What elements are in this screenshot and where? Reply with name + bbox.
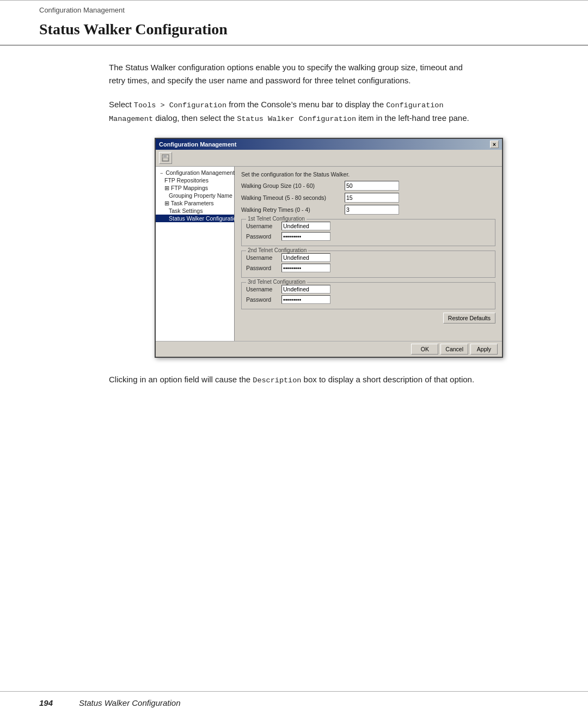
telnet1-username-row: Username xyxy=(246,222,491,230)
intro2-mid: from the Console’s menu bar to display t… xyxy=(226,100,386,109)
apply-button[interactable]: Apply xyxy=(470,344,498,355)
page-title: Status Walker Configuration xyxy=(0,16,588,46)
telnet2-password-row: Password xyxy=(246,264,491,272)
telnet3-username-label: Username xyxy=(246,286,281,292)
tree-item-task-params[interactable]: ⊞ Task Parameters xyxy=(156,199,234,207)
telnet-config-1: 1st Telnet Configuration Username Passwo… xyxy=(241,219,495,246)
win-body: − Configuration Management FTP Repositor… xyxy=(156,167,502,341)
bottom-end: box to display a short description of th… xyxy=(301,375,474,384)
restore-defaults-row: Restore Defaults xyxy=(241,313,495,324)
telnet1-password-row: Password xyxy=(246,232,491,241)
win-dialog: Configuration Management × − C xyxy=(155,138,503,358)
field-input-timeout[interactable] xyxy=(345,193,399,203)
breadcrumb: Configuration Management xyxy=(0,1,588,16)
tree-expander: − xyxy=(160,170,163,176)
intro2-prefix: Select xyxy=(109,100,134,109)
dialog-title: Configuration Management xyxy=(159,141,236,148)
telnet1-password-input[interactable] xyxy=(281,232,330,241)
field-input-retry[interactable] xyxy=(345,205,399,215)
intro2-status: Status Walker Configuration xyxy=(237,115,356,123)
cancel-button[interactable]: Cancel xyxy=(440,344,468,355)
content-area: The Status Walker configuration options … xyxy=(0,61,588,387)
intro2-menu: Tools > Configuration xyxy=(134,101,226,109)
telnet1-username-input[interactable] xyxy=(281,222,330,230)
field-label-retry: Walking Retry Times (0 - 4) xyxy=(241,206,345,213)
win-section-title: Set the configuration for the Status Wal… xyxy=(241,171,495,178)
win-main-pane: Set the configuration for the Status Wal… xyxy=(235,167,502,341)
field-row-group-size: Walking Group Size (10 - 60) xyxy=(241,181,495,191)
intro-paragraph-1: The Status Walker configuration options … xyxy=(109,61,479,87)
telnet1-username-label: Username xyxy=(246,223,281,229)
dialog-close-button[interactable]: × xyxy=(490,141,499,148)
dialog-screenshot: Configuration Management × − C xyxy=(155,138,503,358)
tree-item-config-management[interactable]: − Configuration Management xyxy=(156,169,234,176)
bottom-prefix: Clicking in an option field will cause t… xyxy=(109,375,253,384)
field-label-group-size: Walking Group Size (10 - 60) xyxy=(241,182,345,189)
svg-rect-2 xyxy=(163,158,168,161)
footer: 194 Status Walker Configuration xyxy=(0,691,588,714)
intro2-end: item in the left-hand tree pane. xyxy=(356,113,469,123)
telnet3-password-row: Password xyxy=(246,295,491,304)
field-row-timeout: Walking Timeout (5 - 80 seconds) xyxy=(241,193,495,203)
telnet1-password-label: Password xyxy=(246,233,281,240)
telnet-config-3-label: 3rd Telnet Configuration xyxy=(246,279,307,285)
intro2-mid2: dialog, then select the xyxy=(153,113,237,123)
win-toolbar xyxy=(156,150,502,167)
telnet3-username-input[interactable] xyxy=(281,285,330,294)
telnet2-username-input[interactable] xyxy=(281,253,330,262)
telnet-config-2-label: 2nd Telnet Configuration xyxy=(246,247,308,253)
bottom-code: Description xyxy=(253,376,301,385)
footer-page-number: 194 xyxy=(39,698,53,707)
ok-button[interactable]: OK xyxy=(411,344,438,355)
tree-item-ftp-mappings[interactable]: ⊞ FTP Mappings xyxy=(156,184,234,192)
restore-defaults-button[interactable]: Restore Defaults xyxy=(443,313,495,324)
field-input-group-size[interactable] xyxy=(345,181,399,191)
tree-item-status-walker[interactable]: Status Walker Configuration xyxy=(156,215,234,222)
telnet2-password-input[interactable] xyxy=(281,264,330,272)
telnet3-password-input[interactable] xyxy=(281,295,330,304)
footer-title: Status Walker Configuration xyxy=(79,698,180,707)
win-titlebar: Configuration Management × xyxy=(156,139,502,150)
telnet-config-2: 2nd Telnet Configuration Username Passwo… xyxy=(241,251,495,278)
tree-item-ftp-repos[interactable]: FTP Repositories xyxy=(156,176,234,184)
field-row-retry: Walking Retry Times (0 - 4) xyxy=(241,205,495,215)
telnet3-password-label: Password xyxy=(246,296,281,303)
telnet2-password-label: Password xyxy=(246,265,281,271)
telnet-config-3: 3rd Telnet Configuration Username Passwo… xyxy=(241,282,495,309)
telnet2-username-label: Username xyxy=(246,254,281,261)
bottom-paragraph: Clicking in an option field will cause t… xyxy=(109,373,479,387)
intro-paragraph-2: Select Tools > Configuration from the Co… xyxy=(109,98,479,125)
tree-item-task-settings[interactable]: Task Settings xyxy=(156,207,234,215)
field-label-timeout: Walking Timeout (5 - 80 seconds) xyxy=(241,194,345,201)
telnet2-username-row: Username xyxy=(246,253,491,262)
dialog-buttons-bar: OK Cancel Apply xyxy=(156,341,502,357)
win-tree-pane: − Configuration Management FTP Repositor… xyxy=(156,167,235,341)
telnet3-username-row: Username xyxy=(246,285,491,294)
tree-item-grouping[interactable]: Grouping Property Name xyxy=(156,192,234,199)
svg-rect-1 xyxy=(163,155,167,157)
telnet-config-1-label: 1st Telnet Configuration xyxy=(246,216,307,222)
toolbar-save-icon[interactable] xyxy=(159,152,172,164)
